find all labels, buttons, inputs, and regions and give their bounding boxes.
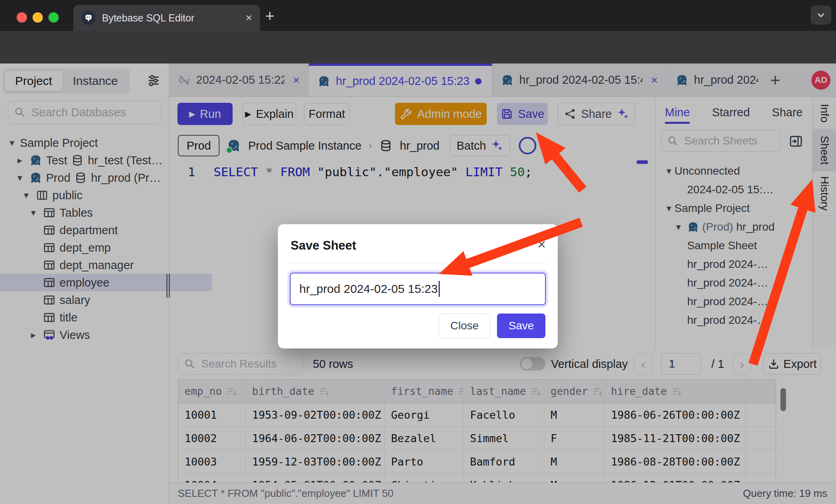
browser-chrome: Bytebase SQL Editor × + ← → ↻ i localhos… — [0, 0, 836, 63]
chevron-down-icon — [815, 9, 827, 21]
window-close-button[interactable] — [17, 12, 27, 23]
browser-tab-close-icon[interactable]: × — [246, 12, 252, 24]
browser-titlebar: Bytebase SQL Editor × + — [0, 0, 836, 31]
window-zoom-button[interactable] — [48, 12, 59, 23]
save-sheet-modal: Save Sheet × hr_prod 2024-02-05 15:23 Cl… — [278, 224, 558, 348]
modal-divider — [289, 263, 547, 263]
sheet-name-input[interactable]: hr_prod 2024-02-05 15:23 — [290, 273, 546, 305]
modal-close-icon[interactable]: × — [537, 236, 546, 253]
bytebase-favicon-icon — [81, 11, 96, 25]
browser-url-row: ← → ↻ i localhost:8080/sql-editor/prod-s… — [0, 31, 836, 63]
new-tab-button[interactable]: + — [265, 7, 274, 25]
modal-save-button[interactable]: Save — [497, 314, 545, 338]
modal-close-button[interactable]: Close — [439, 314, 490, 338]
text-cursor — [439, 281, 440, 297]
sheet-name-value: hr_prod 2024-02-05 15:23 — [299, 282, 438, 296]
browser-tab-title: Bytebase SQL Editor — [102, 12, 246, 24]
modal-title: Save Sheet — [291, 239, 356, 253]
window-minimize-button[interactable] — [33, 12, 43, 23]
browser-tab[interactable]: Bytebase SQL Editor × — [73, 5, 260, 31]
tab-search-button[interactable] — [811, 6, 831, 25]
screenshot-root: Bytebase SQL Editor × + ← → ↻ i localhos… — [0, 0, 836, 504]
